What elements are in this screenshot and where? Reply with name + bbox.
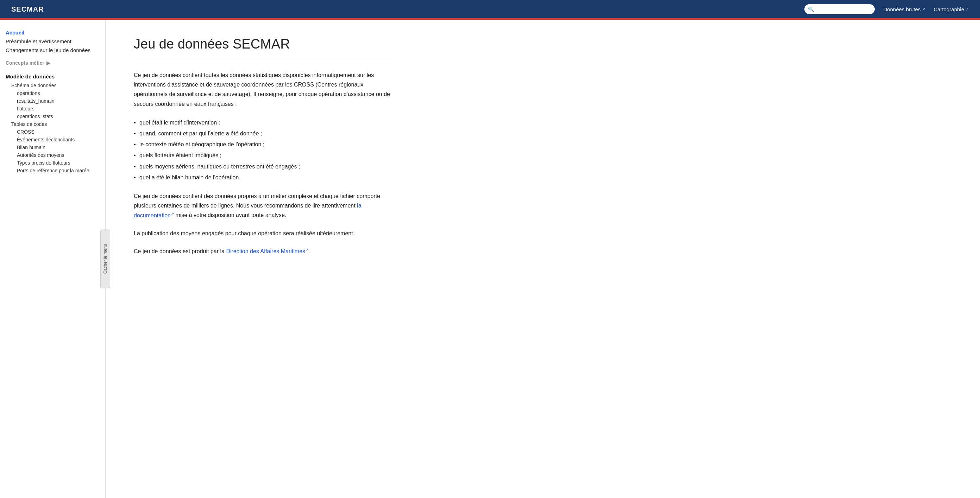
dam-link[interactable]: Direction des Affaires Maritimes↗: [226, 248, 309, 254]
list-item: quels flotteurs étaient impliqués ;: [134, 150, 394, 161]
sidebar-item-bilan[interactable]: Bilan humain: [6, 143, 100, 151]
sidebar-concepts-title: Concepts métier ▶: [6, 54, 100, 68]
recommendation-paragraph: Ce jeu de données contient des données p…: [134, 191, 394, 220]
ext-link-icon: ↗: [171, 211, 174, 216]
list-item: quand, comment et par qui l'alerte a été…: [134, 128, 394, 139]
sidebar-item-types-flotteurs[interactable]: Types précis de flotteurs: [6, 159, 100, 167]
intro-paragraph: Ce jeu de données contient toutes les do…: [134, 70, 394, 109]
main-layout: Accueil Préambule et avertissement Chang…: [0, 20, 980, 498]
nav-cartographie[interactable]: Cartographie ↗: [934, 6, 969, 12]
sidebar-item-operations-stats[interactable]: operations_stats: [6, 113, 100, 120]
external-link-icon-2: ↗: [966, 7, 969, 12]
feature-list: quel était le motif d'intervention ; qua…: [134, 117, 394, 183]
search-container[interactable]: 🔍: [804, 4, 875, 14]
chevron-right-icon: ▶: [46, 60, 50, 66]
producer-paragraph: Ce jeu de données est produit par la Dir…: [134, 247, 394, 256]
site-logo: SECMAR: [11, 5, 804, 13]
sidebar-item-preambule[interactable]: Préambule et avertissement: [6, 37, 100, 46]
sidebar-item-tables[interactable]: Tables de codes: [6, 120, 100, 128]
collapse-sidebar-button[interactable]: Cacher le menu: [100, 230, 110, 289]
publication-paragraph: La publication des moyens engagés pour c…: [134, 228, 394, 238]
page-title: Jeu de données SECMAR: [134, 36, 394, 52]
title-divider: [134, 59, 394, 59]
sidebar-item-ports[interactable]: Ports de référence pour la marée: [6, 167, 100, 174]
sidebar-item-schema[interactable]: Schéma de données: [6, 82, 100, 89]
search-icon: 🔍: [808, 6, 814, 12]
site-header: SECMAR 🔍 Données brutes ↗ Cartographie ↗: [0, 0, 980, 20]
search-input[interactable]: [804, 4, 875, 14]
sidebar-item-resultats[interactable]: resultats_humain: [6, 97, 100, 105]
list-item: quel était le motif d'intervention ;: [134, 117, 394, 128]
collapse-label: Cacher le menu: [103, 244, 108, 274]
list-item: quel a été le bilan humain de l'opératio…: [134, 172, 394, 183]
sidebar-item-autorites[interactable]: Autorités des moyens: [6, 151, 100, 159]
sidebar-item-flotteurs[interactable]: flotteurs: [6, 105, 100, 113]
sidebar-item-operations[interactable]: operations: [6, 89, 100, 97]
header-nav: 🔍 Données brutes ↗ Cartographie ↗: [804, 4, 969, 14]
sidebar-item-evenements[interactable]: Événements déclenchants: [6, 136, 100, 143]
list-item: le contexte météo et géographique de l'o…: [134, 139, 394, 150]
sidebar-item-changements[interactable]: Changements sur le jeu de données: [6, 46, 100, 54]
sidebar-modele-title: Modèle de données: [6, 68, 100, 82]
sidebar-item-cross[interactable]: CROSS: [6, 128, 100, 136]
main-content: Jeu de données SECMAR Ce jeu de données …: [106, 20, 422, 498]
sidebar-item-accueil[interactable]: Accueil: [6, 28, 100, 37]
sidebar: Accueil Préambule et avertissement Chang…: [0, 20, 106, 498]
external-link-icon: ↗: [922, 7, 925, 12]
ext-link-icon-2: ↗: [305, 247, 309, 252]
list-item: quels moyens aériens, nautiques ou terre…: [134, 161, 394, 172]
nav-donnees-brutes[interactable]: Données brutes ↗: [883, 6, 925, 12]
